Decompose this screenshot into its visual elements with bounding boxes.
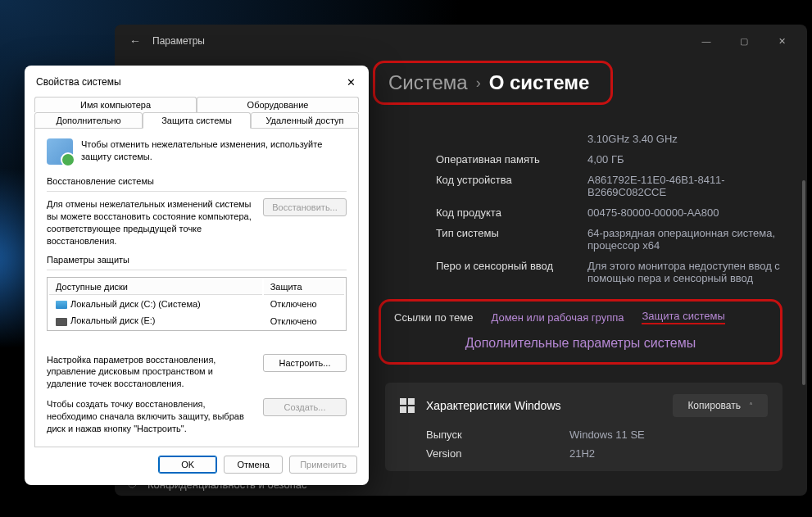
- tab-panel-protection: Чтобы отменить нежелательные изменения, …: [34, 128, 359, 447]
- related-links-highlight: Ссылки по теме Домен или рабочая группа …: [379, 299, 783, 365]
- edition-value: Windows 11 SE: [569, 429, 768, 441]
- intro-text: Чтобы отменить нежелательные изменения, …: [81, 138, 347, 163]
- tab-system-protection[interactable]: Защита системы: [143, 112, 251, 129]
- create-button[interactable]: Создать...: [263, 398, 347, 416]
- link-advanced-system[interactable]: Дополнительные параметры системы: [465, 336, 696, 350]
- restore-heading: Восстановление системы: [47, 176, 347, 186]
- restore-button[interactable]: Восстановить...: [263, 198, 347, 216]
- system-type-value: 64-разрядная операционная система, проце…: [587, 227, 783, 252]
- cpu-freq-value: 3.10GHz 3.40 GHz: [587, 133, 783, 145]
- configure-button[interactable]: Настроить...: [263, 354, 347, 372]
- product-id-value: 00475-80000-00000-AA800: [587, 206, 783, 219]
- windows-specs-card: Характеристики Windows Копировать ˄ Выпу…: [385, 383, 783, 471]
- create-desc: Чтобы создать точку восстановления, необ…: [47, 398, 253, 435]
- tab-hardware[interactable]: Оборудование: [197, 97, 359, 112]
- disk-icon: [56, 301, 67, 309]
- link-system-protection[interactable]: Защита системы: [642, 310, 724, 324]
- ram-label: Оперативная память: [436, 153, 587, 166]
- disk-name: Локальный диск (E:): [70, 315, 156, 325]
- configure-desc: Настройка параметров восстановления, упр…: [47, 354, 253, 391]
- chevron-right-icon: ›: [476, 75, 481, 92]
- disk-name: Локальный диск (C:) (Система): [70, 299, 201, 309]
- restore-desc: Для отмены нежелательных изменений систе…: [47, 198, 253, 247]
- cancel-button[interactable]: Отмена: [224, 456, 283, 474]
- breadcrumb-highlight: Система › О системе: [373, 61, 613, 105]
- divider: [47, 191, 347, 192]
- params-heading: Параметры защиты: [47, 255, 347, 265]
- pen-touch-label: Перо и сенсорный ввод: [436, 260, 587, 284]
- copy-button[interactable]: Копировать ˄: [673, 394, 768, 417]
- settings-titlebar: ← Параметры — ▢ ✕: [115, 25, 807, 57]
- settings-app-title: Параметры: [152, 35, 687, 47]
- minimize-button[interactable]: —: [687, 29, 725, 53]
- device-specs: 3.10GHz 3.40 GHz Оперативная память 4,00…: [385, 133, 783, 284]
- device-id-value: A861792E-11E0-46B1-8411-B2669C082CCE: [587, 174, 783, 198]
- scrollbar[interactable]: [802, 147, 805, 496]
- tab-advanced[interactable]: Дополнительно: [34, 112, 143, 129]
- system-protection-icon: [47, 138, 73, 165]
- col-protection: Защита: [264, 279, 344, 295]
- tab-remote[interactable]: Удаленный доступ: [251, 112, 359, 129]
- dialog-close-button[interactable]: ✕: [342, 74, 359, 90]
- breadcrumb-parent[interactable]: Система: [388, 71, 468, 94]
- edition-label: Выпуск: [426, 429, 569, 441]
- system-properties-dialog: Свойства системы ✕ Имя компьютера Оборуд…: [25, 66, 369, 485]
- disk-icon: [56, 318, 67, 326]
- disk-status: Отключено: [264, 297, 344, 311]
- product-id-label: Код продукта: [436, 206, 587, 219]
- ram-value: 4,00 ГБ: [587, 153, 783, 166]
- device-id-label: Код устройства: [436, 174, 587, 198]
- related-links-title: Ссылки по теме: [394, 311, 473, 324]
- system-type-label: Тип системы: [436, 227, 587, 252]
- table-row[interactable]: Локальный диск (C:) (Система)Отключено: [49, 297, 344, 311]
- scrollbar-thumb[interactable]: [802, 180, 805, 385]
- ok-button[interactable]: OK: [158, 456, 217, 474]
- pen-touch-value: Для этого монитора недоступен ввод с пом…: [587, 260, 783, 284]
- dialog-title: Свойства системы: [36, 76, 121, 88]
- disk-table: Доступные диски Защита Локальный диск (C…: [47, 277, 347, 330]
- close-button[interactable]: ✕: [763, 29, 801, 53]
- breadcrumb: Система › О системе: [388, 71, 589, 94]
- chevron-up-icon: ˄: [749, 401, 753, 410]
- tab-computer-name[interactable]: Имя компьютера: [34, 97, 197, 112]
- disk-status: Отключено: [264, 313, 344, 328]
- breadcrumb-current: О системе: [489, 71, 590, 94]
- back-button[interactable]: ←: [129, 34, 141, 48]
- divider: [47, 270, 347, 270]
- maximize-button[interactable]: ▢: [725, 29, 763, 53]
- windows-icon: [400, 398, 415, 413]
- col-disk: Доступные диски: [49, 279, 262, 295]
- apply-button[interactable]: Применить: [289, 456, 357, 474]
- windows-specs-title: Характеристики Windows: [426, 399, 661, 412]
- table-row[interactable]: Локальный диск (E:)Отключено: [49, 313, 344, 328]
- version-label: Version: [426, 447, 569, 460]
- version-value: 21H2: [569, 447, 768, 460]
- link-domain-workgroup[interactable]: Домен или рабочая группа: [491, 311, 624, 324]
